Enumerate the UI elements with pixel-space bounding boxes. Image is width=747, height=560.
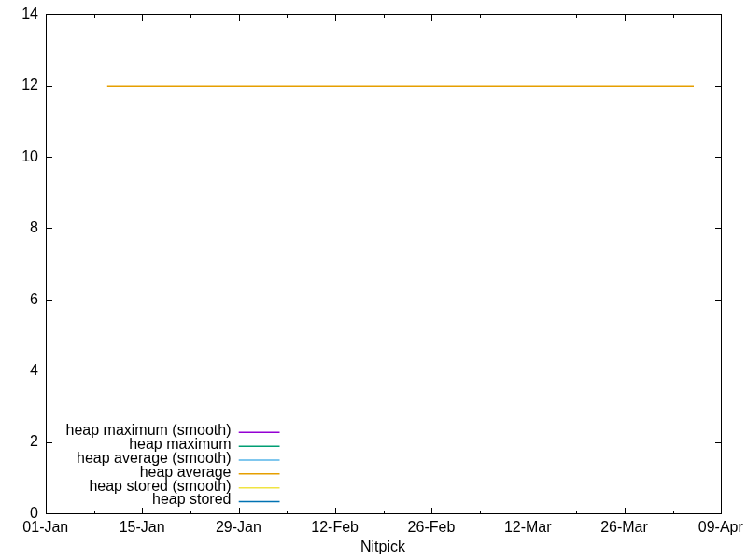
svg-text:heap stored: heap stored: [152, 491, 232, 507]
svg-text:12: 12: [21, 77, 38, 92]
svg-text:Nitpick: Nitpick: [360, 539, 406, 554]
svg-text:26-Feb: 26-Feb: [408, 519, 456, 535]
svg-text:29-Jan: 29-Jan: [216, 519, 261, 535]
svg-text:01-Jan: 01-Jan: [22, 519, 68, 535]
svg-text:2: 2: [30, 433, 38, 449]
svg-text:26-Mar: 26-Mar: [600, 519, 648, 535]
svg-text:09-Apr: 09-Apr: [698, 519, 744, 535]
svg-text:12-Mar: 12-Mar: [504, 519, 552, 535]
svg-text:14: 14: [21, 6, 38, 21]
svg-text:6: 6: [30, 291, 38, 307]
svg-text:12-Feb: 12-Feb: [311, 519, 359, 535]
svg-text:10: 10: [21, 148, 38, 164]
svg-text:15-Jan: 15-Jan: [120, 519, 165, 535]
svg-text:8: 8: [30, 219, 38, 235]
svg-text:4: 4: [30, 362, 38, 378]
